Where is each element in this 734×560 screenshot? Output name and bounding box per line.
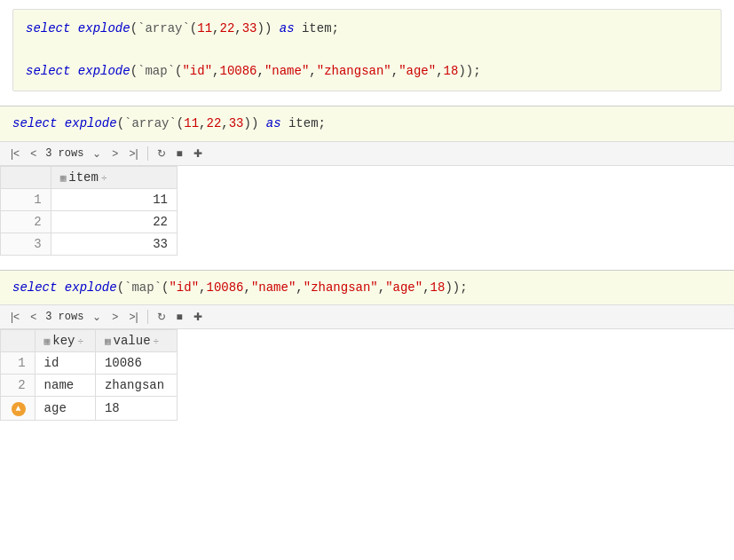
- table-row: 2 name zhangsan: [1, 375, 178, 397]
- toolbar-1: |< < 3 rows ⌄ > >| ↻ ■ ✚: [0, 142, 734, 166]
- rows-dropdown-btn-2[interactable]: ⌄: [89, 309, 105, 325]
- rows-dropdown-btn-1[interactable]: ⌄: [89, 146, 105, 162]
- top-line-2: [26, 40, 708, 61]
- result-section-1: select explode(`array`(11,22,33)) as ite…: [0, 106, 734, 255]
- row-num-header-1: [1, 166, 51, 188]
- sep-2a: [147, 310, 148, 324]
- row-num-2-1: 1: [1, 352, 36, 375]
- result-table-2: ▦key÷ ▦value÷ 1 id 10086 2 name zhangsan: [0, 329, 178, 421]
- cell-2-2-key: name: [35, 375, 95, 397]
- cell-2-1-key: id: [35, 352, 95, 375]
- last-page-btn-1[interactable]: >|: [125, 146, 141, 162]
- table-wrapper-2: ▦key÷ ▦value÷ 1 id 10086 2 name zhangsan: [0, 329, 734, 421]
- row-num-2-2: 2: [1, 375, 36, 397]
- row-num-2-3: ▲: [1, 397, 36, 421]
- top-line-3: select explode(`map`("id",10086,"name","…: [26, 61, 708, 83]
- first-page-btn-2[interactable]: |<: [7, 309, 23, 325]
- table-row: 3 33: [1, 233, 178, 255]
- add-col-btn-1[interactable]: ✚: [190, 146, 206, 162]
- query-header-1: select explode(`array`(11,22,33)) as ite…: [0, 106, 734, 141]
- first-page-btn-1[interactable]: |<: [7, 146, 23, 162]
- row-num-header-2: [1, 330, 36, 352]
- query-header-2: select explode(`map`("id",10086,"name","…: [0, 271, 734, 305]
- top-code-preview: select explode(`array`(11,22,33)) as ite…: [12, 9, 722, 91]
- row-special-icon: ▲: [12, 402, 26, 416]
- rows-label-1: 3 rows: [43, 147, 85, 160]
- stop-btn-1[interactable]: ■: [173, 146, 186, 162]
- last-page-btn-2[interactable]: >|: [125, 309, 141, 325]
- toolbar-2: |< < 3 rows ⌄ > >| ↻ ■ ✚: [0, 305, 734, 329]
- table-row: 1 id 10086: [1, 352, 178, 375]
- col-icon-key: ▦: [44, 336, 51, 347]
- cell-1-2-item: 22: [51, 210, 177, 233]
- table-row: 2 22: [1, 210, 178, 233]
- next-page-btn-2[interactable]: >: [108, 309, 122, 325]
- col-sort-item: ÷: [101, 173, 107, 184]
- sep-1a: [147, 146, 148, 161]
- row-num-1-3: 3: [1, 233, 51, 255]
- next-page-btn-1[interactable]: >: [108, 146, 122, 162]
- refresh-btn-1[interactable]: ↻: [154, 146, 170, 162]
- result-section-2: select explode(`map`("id",10086,"name","…: [0, 270, 734, 421]
- refresh-btn-2[interactable]: ↻: [154, 309, 170, 325]
- table-row: 1 11: [1, 188, 178, 210]
- cell-2-3-value: 18: [95, 397, 177, 421]
- cell-2-3-key: age: [35, 397, 95, 421]
- cell-2-2-value: zhangsan: [95, 375, 177, 397]
- col-sort-key: ÷: [77, 336, 83, 347]
- col-icon-item: ▦: [60, 173, 67, 184]
- top-line-1: select explode(`array`(11,22,33)) as ite…: [26, 19, 708, 40]
- row-num-1-2: 2: [1, 210, 51, 233]
- prev-page-btn-2[interactable]: <: [27, 309, 40, 325]
- cell-1-3-item: 33: [51, 233, 177, 255]
- cell-1-1-item: 11: [51, 188, 177, 210]
- table-wrapper-1: ▦item÷ 1 11 2 22 3 33: [0, 166, 734, 256]
- table-row: ▲ age 18: [1, 397, 178, 421]
- rows-label-2: 3 rows: [43, 311, 85, 323]
- prev-page-btn-1[interactable]: <: [27, 146, 40, 162]
- stop-btn-2[interactable]: ■: [173, 309, 186, 325]
- col-header-value: ▦value÷: [95, 330, 177, 352]
- col-sort-value: ÷: [154, 336, 160, 347]
- row-num-1-1: 1: [1, 188, 51, 210]
- result-table-1: ▦item÷ 1 11 2 22 3 33: [0, 166, 178, 256]
- add-col-btn-2[interactable]: ✚: [190, 309, 206, 325]
- cell-2-1-value: 10086: [95, 352, 177, 375]
- col-header-key: ▦key÷: [35, 330, 95, 352]
- col-icon-value: ▦: [105, 336, 111, 347]
- col-header-item: ▦item÷: [51, 166, 177, 188]
